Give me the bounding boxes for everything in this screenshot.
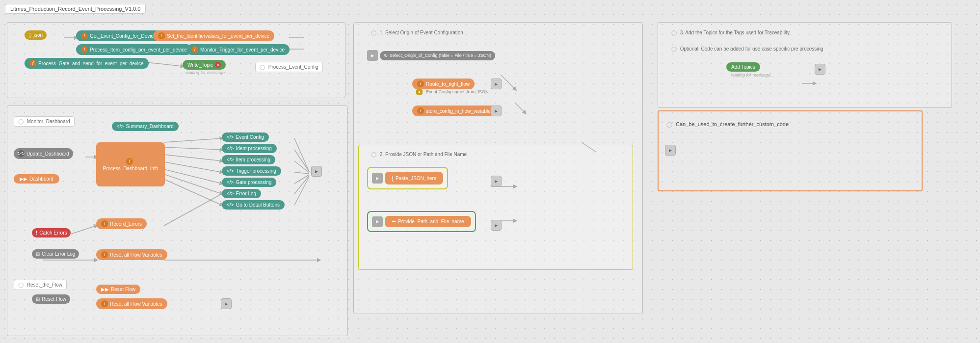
node-item-processing[interactable]: </> Item processing [222, 155, 275, 164]
node-add-topics[interactable]: Add Topics [726, 62, 760, 72]
fn-icon-route: f [417, 80, 424, 87]
dashboard-arrow: ▶▶ [20, 176, 27, 182]
node-ident-processing[interactable]: </> Ident processing [222, 144, 277, 153]
delete-write-topic[interactable]: ✕ [215, 62, 221, 68]
code-icon-ident: </> [227, 146, 234, 151]
node-route-right[interactable]: f Route_to_right_flow [412, 79, 475, 89]
add-topics-comment-1: ◯ 3. Add the Topics for the Tags used fo… [667, 28, 794, 37]
node-update-dashboard[interactable]: ↻ Update_Dashboard [14, 148, 73, 159]
code-icon-event: </> [227, 134, 234, 140]
yellow-badge: ● [416, 89, 423, 95]
provide-path-box: ▶ ☰ Provide_Path_and_File_name [367, 211, 476, 232]
node-monitor-trigger[interactable]: f Monitor_Trigger_for_event_per_device [186, 44, 290, 55]
node-set-ident[interactable]: f Set_the_Identifiervalues_for_event_per… [153, 30, 274, 41]
provide-path-row: ▶ ☰ Provide_Path_and_File_name [372, 216, 471, 227]
output-port-paste-json[interactable] [491, 176, 502, 186]
node-reset-flow-inject[interactable]: ⊞ Reset Flow [32, 294, 70, 304]
fn-icon-reset2: f [101, 300, 108, 307]
node-process-dashboard[interactable]: f Process_Dashboard_Info [96, 142, 165, 186]
node-reset-the-flow: ◯ Reset_the_Flow [14, 280, 67, 290]
brace-icon: { [392, 175, 394, 182]
event-config-json-label: ● Event Config comes from JSON [416, 88, 488, 94]
node-select-origin[interactable]: ↻ Select_Origin_of_Config (false = File … [380, 51, 495, 60]
paste-json-row: ▶ { Paste_JSON_here [372, 172, 443, 185]
exclamation-icon: ! [36, 230, 37, 236]
node-record-errors[interactable]: f Record_Errors [96, 218, 147, 229]
fn-icon-gate: f [29, 60, 36, 67]
node-error-log[interactable]: </> Error Log [222, 189, 261, 198]
node-process-gate[interactable]: f Process_Gate_and_send_for_event_per_de… [25, 58, 149, 69]
select-refresh-icon: ↻ [384, 53, 388, 58]
flow-canvas: Litmus_Production_Record_Event_Processin… [0, 0, 980, 343]
fn-icon-monitor: f [191, 46, 198, 53]
fn-icon-item: f [81, 46, 88, 53]
node-clear-error-log[interactable]: ⊞ Clear Error Log [32, 249, 79, 259]
fn-icon-reset1: f [101, 251, 108, 258]
node-event-config-teal[interactable]: </> Event Config [222, 132, 269, 142]
node-json[interactable]: {} json [25, 30, 47, 40]
code-icon-goto: </> [227, 202, 234, 208]
node-summary-dashboard[interactable]: </> Summary_Dashboard [112, 122, 179, 131]
node-monitor-dashboard: ◯ Monitor_Dashboard [14, 116, 75, 127]
fn-icon-set: f [158, 32, 165, 39]
node-reset-flow-vars-1[interactable]: f Reset all Flow Variables [96, 249, 167, 260]
file-icon: ☰ [392, 219, 396, 224]
output-port-reset[interactable] [221, 298, 232, 309]
code-icon-error: </> [227, 191, 234, 196]
custom-code-panel: ◯ Can_be_used_to_create_further_custom_c… [658, 110, 923, 191]
node-trigger-processing[interactable]: </> Trigger processing [222, 166, 281, 176]
node-goto-detail[interactable]: </> Go to Detail Buttons [222, 200, 285, 210]
code-icon-summary: </> [117, 124, 124, 129]
provide-path-port[interactable]: ▶ [372, 216, 383, 227]
reset-inject-icon: ⊞ [36, 296, 40, 302]
output-port-custom-code[interactable] [665, 145, 676, 156]
output-port-provide-path[interactable] [491, 220, 502, 231]
node-write-topic[interactable]: Write_Topic ✕ [183, 60, 226, 70]
node-process-item[interactable]: f Process_Item_config_per_event_per_devi… [76, 44, 192, 55]
node-reset-flow-vars-2[interactable]: f Reset all Flow Variables [96, 298, 167, 309]
paste-json-box: ▶ { Paste_JSON_here [367, 167, 448, 189]
node-gate-processing[interactable]: </> Gate processing [222, 178, 276, 187]
node-store-config[interactable]: f store_config_in_flow_variable [412, 106, 496, 116]
output-port-add-topics[interactable] [815, 64, 825, 75]
node-reset-flow-orange[interactable]: ▶▶ Reset Flow [96, 285, 140, 294]
output-port-store[interactable] [491, 106, 502, 116]
code-icon-gate: </> [227, 180, 234, 185]
custom-code-label: ◯ Can_be_used_to_create_further_custom_c… [659, 111, 922, 137]
node-dashboard[interactable]: ▶▶ Dashboard [14, 174, 59, 184]
fn-icon-dashboard: f [126, 158, 133, 165]
clear-icon: ⊞ [36, 251, 40, 257]
refresh-icon: ↻ [18, 150, 25, 157]
right-group2-title: ◯ 2. Provide JSON or Path and File Name [367, 150, 471, 159]
json-icon: {} [28, 32, 32, 38]
right-group1-title: ◯ 1. Select Origin of Event Configuratio… [367, 28, 467, 37]
right-group-2-panel [358, 145, 633, 270]
fn-icon-store: f [417, 107, 424, 114]
code-icon-item: </> [227, 157, 234, 162]
node-select-origin-wrapper: ▶ ↻ Select_Origin_of_Config (false = Fil… [367, 50, 495, 61]
flow-title: Litmus_Production_Record_Event_Processin… [5, 4, 146, 14]
fn-icon-get: f [81, 32, 88, 39]
output-port-main[interactable] [311, 166, 322, 177]
node-paste-json[interactable]: { Paste_JSON_here [385, 172, 443, 185]
node-get-event[interactable]: f Get_Event_Config_for_Device [76, 30, 161, 41]
fn-icon-record: f [101, 220, 108, 227]
paste-json-port[interactable]: ▶ [372, 173, 383, 184]
node-provide-path[interactable]: ☰ Provide_Path_and_File_name [385, 216, 471, 227]
node-catch-errors[interactable]: ! Catch Errors [32, 228, 71, 237]
node-process-event-config: ◯ Process_Event_Config [255, 62, 323, 72]
select-origin-port[interactable]: ▶ [367, 50, 378, 61]
inject-arrow: ▶▶ [101, 287, 109, 292]
output-port-route[interactable] [491, 79, 502, 89]
add-topics-comment-2: ◯ Optional: Code can be added for use ca… [667, 44, 827, 53]
code-icon-trigger: </> [227, 168, 234, 174]
